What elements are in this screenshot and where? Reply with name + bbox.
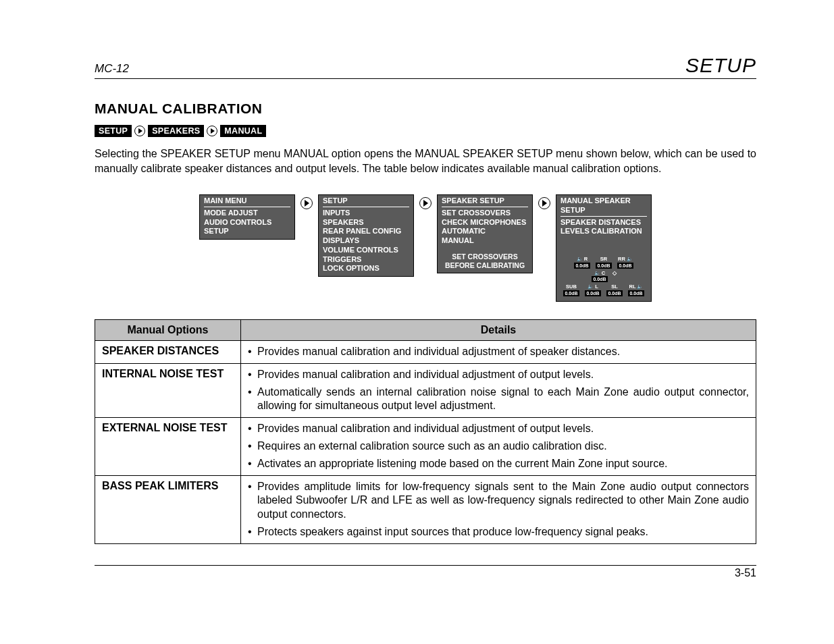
table-row: SPEAKER DISTANCESProvides manual calibra… [95, 340, 756, 363]
breadcrumb: SETUP SPEAKERS MANUAL [95, 125, 756, 137]
arrow-icon [419, 197, 432, 209]
menu-speaker-setup: SPEAKER SETUP SET CROSSOVERS CHECK MICRO… [437, 194, 533, 273]
detail-item: Protects speakers against input sources … [248, 525, 749, 539]
model-label: MC-12 [95, 62, 129, 76]
option-name: EXTERNAL NOISE TEST [95, 418, 241, 475]
table-row: BASS PEAK LIMITERSProvides amplitude lim… [95, 475, 756, 543]
menu-item: REAR PANEL CONFIG [323, 227, 409, 236]
menu-manual-speaker-setup: MANUAL SPEAKER SETUP SPEAKER DISTANCES L… [556, 194, 652, 302]
page-header: MC-12 SETUP [95, 54, 756, 79]
menu-title: SPEAKER SETUP [442, 196, 528, 207]
menu-item: SPEAKER DISTANCES [561, 218, 647, 227]
menu-item: INPUTS [323, 209, 409, 218]
menu-setup: SETUP INPUTS SPEAKERS REAR PANEL CONFIG … [318, 194, 414, 277]
menu-item: DISPLAYS [323, 236, 409, 246]
detail-item: Automatically sends an internal calibrat… [248, 385, 749, 414]
page-title: MANUAL CALIBRATION [95, 101, 756, 117]
speaker-icon: 🔈 L [588, 284, 598, 290]
arrow-icon [538, 197, 550, 209]
menu-item: SET CROSSOVERS [442, 209, 528, 218]
menu-item: AUTOMATIC [442, 227, 528, 236]
menu-title: MANUAL SPEAKER SETUP [561, 196, 647, 217]
speaker-icon: SUB [566, 284, 577, 290]
option-details: Provides manual calibration and individu… [241, 340, 756, 363]
option-name: SPEAKER DISTANCES [95, 340, 241, 363]
menu-item: MODE ADJUST [204, 209, 290, 218]
menu-item: VOLUME CONTROLS [323, 246, 409, 255]
option-name: BASS PEAK LIMITERS [95, 475, 241, 543]
menu-title: MAIN MENU [204, 196, 290, 207]
menu-flow: MAIN MENU MODE ADJUST AUDIO CONTROLS SET… [95, 194, 756, 302]
menu-item: LOCK OPTIONS [323, 264, 409, 273]
detail-item: Provides manual calibration and individu… [248, 368, 749, 382]
option-details: Provides manual calibration and individu… [241, 363, 756, 417]
section-label: SETUP [685, 54, 756, 77]
detail-item: Requires an external calibration source … [248, 439, 749, 454]
breadcrumb-item: SETUP [95, 125, 132, 137]
speaker-icon: 🔈 R [577, 257, 588, 262]
page-number: 3-51 [735, 567, 756, 579]
menu-note: SET CROSSOVERS [442, 252, 528, 261]
table-header: Manual Options [95, 319, 241, 340]
arrow-icon [134, 126, 145, 136]
menu-item: SETUP [204, 227, 290, 236]
detail-item: Provides manual calibration and individu… [248, 422, 749, 436]
speaker-layout: 🔈 R0.0dB SR0.0dB RR 🔈0.0dB 🔈 C0.0dB ◇ SU… [561, 257, 647, 296]
menu-note: BEFORE CALIBRATING [442, 261, 528, 270]
arrow-icon [301, 197, 313, 209]
menu-item: CHECK MICROPHONES [442, 218, 528, 227]
option-details: Provides manual calibration and individu… [241, 418, 756, 475]
intro-paragraph: Selecting the SPEAKER SETUP menu MANUAL … [95, 146, 756, 176]
menu-main: MAIN MENU MODE ADJUST AUDIO CONTROLS SET… [199, 194, 295, 240]
table-row: INTERNAL NOISE TESTProvides manual calib… [95, 363, 756, 417]
menu-title: SETUP [323, 196, 409, 207]
menu-item: MANUAL [442, 236, 528, 246]
detail-item: Provides amplitude limits for low-freque… [248, 480, 749, 522]
option-name: INTERNAL NOISE TEST [95, 363, 241, 417]
menu-item: SPEAKERS [323, 218, 409, 227]
speaker-icon: 🔈 C [594, 271, 606, 276]
options-table: Manual Options Details SPEAKER DISTANCES… [95, 319, 756, 544]
menu-item: LEVELS CALIBRATION [561, 227, 647, 236]
table-header: Details [241, 319, 756, 340]
option-details: Provides amplitude limits for low-freque… [241, 475, 756, 543]
speaker-icon: SR [600, 257, 607, 262]
listener-icon: ◇ [613, 271, 617, 276]
detail-item: Activates an appropriate listening mode … [248, 457, 749, 471]
page-footer: 3-51 [95, 565, 756, 579]
menu-item: AUDIO CONTROLS [204, 218, 290, 227]
menu-item: TRIGGERS [323, 255, 409, 265]
detail-item: Provides manual calibration and individu… [248, 345, 749, 359]
speaker-icon: RL 🔈 [629, 284, 644, 290]
speaker-icon: RR 🔈 [618, 257, 633, 262]
breadcrumb-item: SPEAKERS [148, 125, 204, 137]
breadcrumb-item: MANUAL [220, 125, 266, 137]
speaker-icon: SL [611, 284, 618, 290]
arrow-icon [207, 126, 217, 136]
table-row: EXTERNAL NOISE TESTProvides manual calib… [95, 418, 756, 475]
